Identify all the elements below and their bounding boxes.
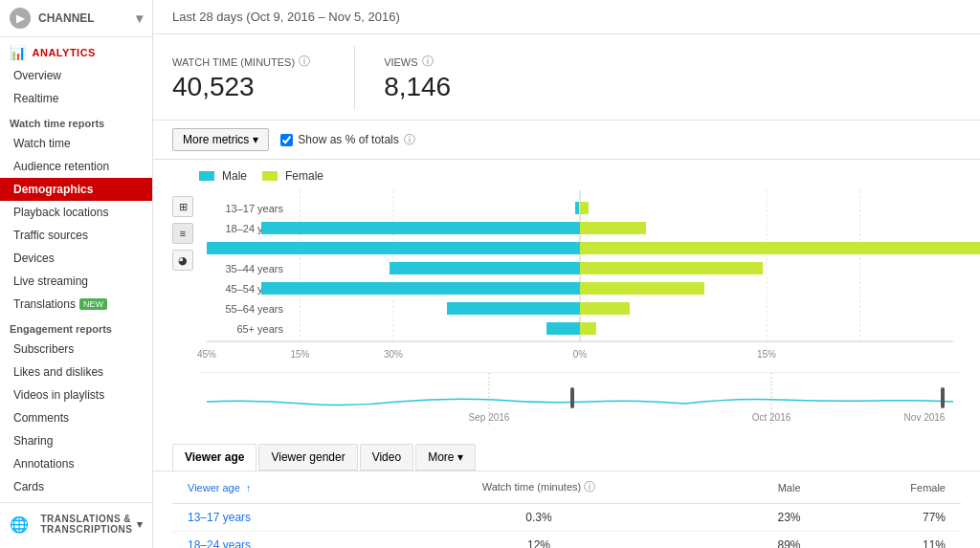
svg-text:15%: 15% [290, 349, 309, 360]
bar-chart: Male Female [199, 169, 961, 425]
svg-rect-10 [261, 222, 580, 234]
svg-text:65+ years: 65+ years [236, 323, 283, 335]
sidebar: ▶ CHANNEL ▾ 📊 ANALYTICS Overview Realtim… [0, 0, 153, 548]
sidebar-item-translations[interactable]: Translations NEW [0, 293, 152, 316]
table-row: 13–17 years 0.3% 23% 77% [172, 504, 961, 532]
cell-watch-time-0: 0.3% [380, 504, 698, 532]
more-metrics-button[interactable]: More metrics ▾ [172, 128, 269, 151]
svg-text:35–44 years: 35–44 years [225, 263, 283, 274]
views-label: VIEWS ⓘ [384, 54, 451, 70]
sidebar-item-playback-locations[interactable]: Playback locations [0, 201, 152, 224]
svg-rect-14 [580, 242, 980, 254]
cell-female-0: 77% [816, 504, 961, 532]
chart-area: ⊞ ≡ ◕ Male Female [153, 160, 980, 434]
col-viewer-age[interactable]: Viewer age ↑ [172, 471, 380, 504]
svg-text:30%: 30% [384, 349, 403, 360]
sidebar-item-demographics[interactable]: Demographics [0, 178, 152, 201]
svg-rect-13 [207, 242, 580, 254]
grid-view-icon[interactable]: ⊞ [172, 196, 193, 217]
watch-time-col-info-icon[interactable]: ⓘ [584, 480, 595, 493]
create-section-row[interactable]: 🎬 CREATE ▾ [0, 541, 152, 548]
svg-text:55–64 years: 55–64 years [225, 303, 283, 315]
timeline-svg: Sep 2016 Oct 2016 Nov 2016 [199, 373, 961, 426]
tab-viewer-age[interactable]: Viewer age [172, 444, 256, 471]
views-value: 8,146 [384, 72, 451, 102]
toolbar: More metrics ▾ Show as % of totals ⓘ [153, 121, 980, 160]
watch-time-info-icon[interactable]: ⓘ [299, 54, 310, 70]
sidebar-item-likes-dislikes[interactable]: Likes and dislikes [0, 361, 152, 384]
svg-text:45%: 45% [197, 349, 216, 360]
tab-viewer-gender[interactable]: Viewer gender [258, 444, 357, 471]
tab-more[interactable]: More ▾ [415, 444, 476, 471]
views-info-icon[interactable]: ⓘ [422, 54, 434, 70]
svg-rect-22 [447, 302, 580, 315]
svg-text:0%: 0% [573, 349, 588, 360]
svg-text:Nov 2016: Nov 2016 [904, 412, 946, 423]
sidebar-header: ▶ CHANNEL ▾ [0, 0, 152, 37]
dropdown-arrow-icon: ▾ [253, 133, 258, 146]
svg-rect-8 [580, 202, 589, 214]
male-legend-color [199, 171, 214, 181]
svg-text:15%: 15% [757, 349, 776, 360]
tab-bar: Viewer age Viewer gender Video More ▾ [153, 434, 980, 471]
demographics-bar-chart: 13–17 years 18–24 years 25–34 years 35–4… [199, 190, 961, 367]
table-header: Viewer age ↑ Watch time (minutes) ⓘ Male… [172, 471, 961, 504]
tab-video[interactable]: Video [360, 444, 413, 471]
metric-divider [354, 46, 355, 110]
bar-view-icon[interactable]: ≡ [172, 223, 193, 244]
table-body: 13–17 years 0.3% 23% 77% 18–24 years 12%… [172, 504, 961, 549]
svg-rect-34 [570, 387, 574, 408]
sidebar-item-comments[interactable]: Comments [0, 406, 152, 429]
pie-view-icon[interactable]: ◕ [172, 250, 193, 271]
female-legend-color [262, 171, 278, 181]
translations-section-row[interactable]: 🌐 TRANSLATIONS & TRANSCRIPTIONS ▾ [0, 507, 152, 541]
sidebar-item-traffic-sources[interactable]: Traffic sources [0, 224, 152, 247]
svg-rect-23 [580, 302, 630, 315]
sort-arrow-icon: ↑ [246, 482, 252, 493]
cell-watch-time-1: 12% [380, 532, 698, 549]
chart-view-icons: ⊞ ≡ ◕ [172, 196, 193, 271]
sidebar-item-audience-retention[interactable]: Audience retention [0, 155, 152, 178]
male-legend-label: Male [222, 169, 247, 183]
watch-time-value: 40,523 [172, 72, 310, 102]
sidebar-item-overview[interactable]: Overview [0, 64, 152, 87]
more-arrow-icon: ▾ [457, 450, 463, 464]
timeline-chart: Sep 2016 Oct 2016 Nov 2016 [199, 372, 961, 425]
svg-text:Sep 2016: Sep 2016 [469, 412, 510, 423]
svg-rect-26 [580, 322, 596, 335]
svg-rect-11 [580, 222, 646, 234]
translations-icon: 🌐 [10, 515, 30, 534]
channel-label: CHANNEL [38, 11, 95, 25]
svg-rect-35 [941, 387, 945, 408]
svg-text:13–17 years: 13–17 years [225, 203, 283, 214]
demographics-table: Viewer age ↑ Watch time (minutes) ⓘ Male… [172, 471, 961, 548]
data-table-container: Viewer age ↑ Watch time (minutes) ⓘ Male… [153, 471, 980, 548]
sidebar-item-cards[interactable]: Cards [0, 475, 152, 498]
pct-info-icon[interactable]: ⓘ [404, 132, 415, 148]
sidebar-item-devices[interactable]: Devices [0, 247, 152, 270]
sidebar-item-live-streaming[interactable]: Live streaming [0, 270, 152, 293]
chevron-down-icon[interactable]: ▾ [136, 11, 143, 26]
sidebar-item-realtime[interactable]: Realtime [0, 87, 152, 110]
show-as-pct-checkbox[interactable] [280, 134, 293, 146]
col-male: Male [698, 471, 816, 504]
sidebar-item-videos-playlists[interactable]: Videos in playlists [0, 384, 152, 406]
sidebar-item-watch-time[interactable]: Watch time [0, 132, 152, 155]
sidebar-item-subscribers[interactable]: Subscribers [0, 338, 152, 361]
cell-male-0: 23% [698, 504, 816, 532]
analytics-section-header: 📊 ANALYTICS [0, 37, 152, 64]
show-as-pct-checkbox-label[interactable]: Show as % of totals ⓘ [280, 132, 414, 148]
sidebar-item-annotations[interactable]: Annotations [0, 452, 152, 475]
sidebar-item-sharing[interactable]: Sharing [0, 429, 152, 452]
metrics-row: WATCH TIME (MINUTES) ⓘ 40,523 VIEWS ⓘ 8,… [153, 34, 980, 121]
svg-rect-16 [390, 262, 580, 274]
watch-time-group-label: Watch time reports [0, 110, 152, 132]
cell-age-0[interactable]: 13–17 years [172, 504, 380, 532]
female-legend-label: Female [285, 169, 323, 183]
col-female: Female [816, 471, 961, 504]
analytics-icon: 📊 [10, 45, 27, 60]
cell-age-1[interactable]: 18–24 years [172, 532, 380, 549]
col-watch-time: Watch time (minutes) ⓘ [380, 471, 698, 504]
views-metric: VIEWS ⓘ 8,146 [384, 46, 466, 110]
cell-male-1: 89% [698, 532, 816, 549]
